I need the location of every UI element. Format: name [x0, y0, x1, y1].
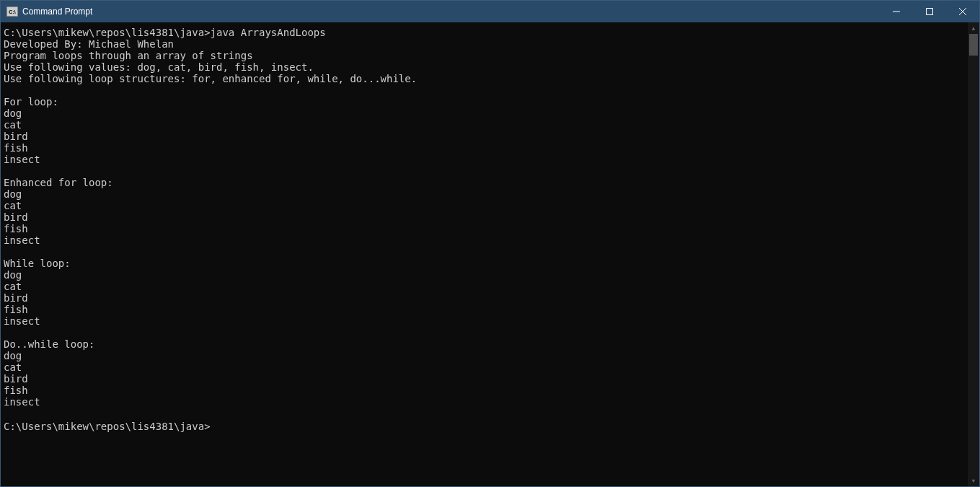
minimize-icon — [893, 8, 900, 15]
output-line: insect — [4, 234, 40, 246]
output-line: insect — [4, 315, 40, 327]
output-line: dog — [4, 350, 22, 361]
scroll-down-arrow-icon[interactable]: ▼ — [968, 475, 979, 486]
output-line: Use following loop structures: for, enha… — [4, 73, 417, 84]
scroll-up-arrow-icon[interactable]: ▲ — [968, 22, 979, 34]
minimize-button[interactable] — [880, 1, 913, 22]
output-line: bird — [4, 373, 28, 385]
prompt: C:\Users\mikew\repos\lis4381\java> — [4, 27, 211, 38]
cmd-icon: C:\ — [6, 6, 18, 17]
window-title: Command Prompt — [22, 6, 92, 17]
cursor — [211, 419, 216, 430]
output-line: bird — [4, 131, 28, 142]
output-line: cat — [4, 281, 22, 292]
section-header: While loop: — [4, 258, 71, 269]
command-text: java ArraysAndLoops — [211, 27, 326, 38]
prompt: C:\Users\mikew\repos\lis4381\java> — [4, 421, 211, 432]
output-line: insect — [4, 396, 40, 408]
section-header: Enhanced for loop: — [4, 177, 113, 188]
output-line: cat — [4, 200, 22, 211]
output-line: bird — [4, 292, 28, 304]
output-line: dog — [4, 269, 22, 281]
close-icon — [959, 8, 966, 15]
output-line: cat — [4, 361, 22, 373]
terminal-output[interactable]: C:\Users\mikew\repos\lis4381\java>java A… — [1, 22, 968, 486]
output-line: bird — [4, 211, 28, 223]
output-line: insect — [4, 154, 40, 165]
command-prompt-window: C:\ Command Prompt C:\Users\mikew\repos\… — [0, 0, 980, 487]
maximize-button[interactable] — [913, 1, 946, 22]
terminal-area[interactable]: C:\Users\mikew\repos\lis4381\java>java A… — [1, 22, 979, 486]
titlebar[interactable]: C:\ Command Prompt — [1, 1, 979, 22]
maximize-icon — [926, 8, 933, 15]
titlebar-controls — [880, 1, 979, 22]
output-line: fish — [4, 385, 28, 396]
close-button[interactable] — [946, 1, 979, 22]
scroll-thumb[interactable] — [969, 34, 978, 56]
output-line: fish — [4, 142, 28, 154]
section-header: For loop: — [4, 96, 58, 108]
section-header: Do..while loop: — [4, 338, 94, 350]
scroll-track[interactable] — [968, 34, 979, 475]
vertical-scrollbar[interactable]: ▲ ▼ — [968, 22, 979, 486]
output-line: dog — [4, 188, 22, 200]
output-line: Use following values: dog, cat, bird, fi… — [4, 61, 314, 73]
output-line: cat — [4, 119, 22, 131]
svg-rect-1 — [927, 9, 933, 15]
output-line: fish — [4, 304, 28, 315]
output-line: Developed By: Michael Whelan — [4, 38, 174, 50]
output-line: Program loops through an array of string… — [4, 50, 253, 61]
output-line: dog — [4, 108, 22, 119]
output-line: fish — [4, 223, 28, 234]
titlebar-left: C:\ Command Prompt — [6, 6, 92, 17]
